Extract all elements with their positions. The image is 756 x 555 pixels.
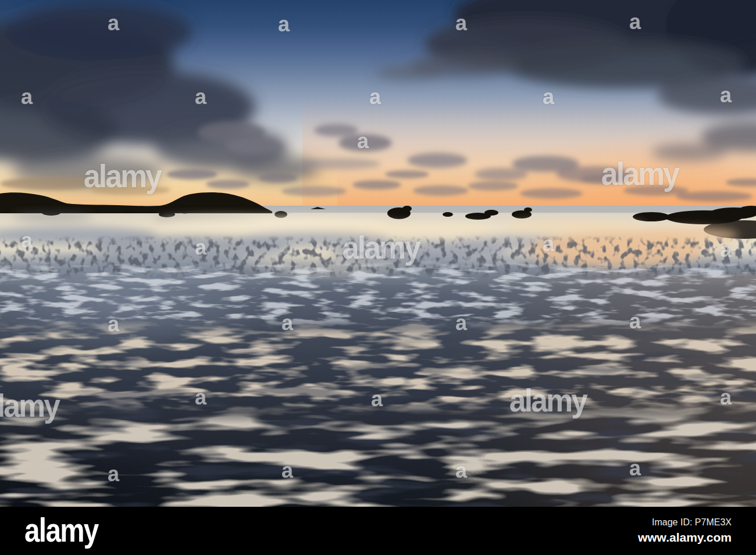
cloud-mass-top-left [0,3,320,188]
alamy-stock-photo-preview: aaaaaaaaaaaaaaaaaaaaaaaaaalamyalamyalamy… [0,0,756,555]
cloud-mass-top-right [375,0,756,162]
website-text: www.alamy.com [638,529,732,546]
stock-photo: aaaaaaaaaaaaaaaaaaaaaaaaaalamyalamyalamy… [0,0,756,507]
footer-bar: alamy Image ID: P7ME3X www.alamy.com [0,507,756,555]
scene-artwork [0,0,756,507]
coarse-ripple-texture [0,404,756,507]
footer-meta: Image ID: P7ME3X www.alamy.com [638,515,732,547]
image-id-text: Image ID: P7ME3X [638,515,732,529]
alamy-logo: alamy [24,513,98,547]
fine-ripple-texture [0,259,756,329]
